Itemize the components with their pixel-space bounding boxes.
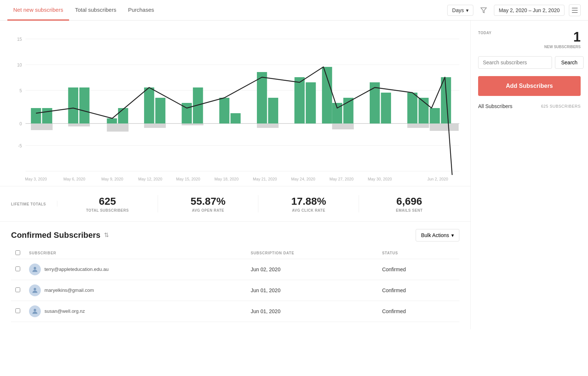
row-checkbox-cell — [11, 259, 25, 280]
select-all-header — [11, 247, 25, 259]
chevron-down-icon: ▾ — [451, 232, 454, 238]
bar — [370, 82, 380, 123]
email-text: terry@appleteducation.edu.au — [44, 266, 108, 272]
bar — [322, 67, 332, 123]
bar — [155, 98, 166, 123]
bar — [294, 82, 305, 123]
tab-net-new[interactable]: Net new subscribers — [7, 0, 69, 21]
svg-rect-3 — [572, 12, 578, 13]
svg-text:Jun 2, 2020: Jun 2, 2020 — [427, 177, 448, 181]
svg-point-29 — [34, 309, 36, 311]
bar — [306, 82, 316, 123]
chart-area: 15 10 5 0 -5 — [0, 21, 470, 186]
bar-neg — [31, 123, 53, 130]
bar-neg — [430, 123, 459, 131]
stat-total-subscribers: 625 TOTAL SUBSCRIBERS — [57, 195, 158, 212]
row-checkbox-0[interactable] — [15, 266, 20, 271]
all-subscribers-label: All Subscribers — [478, 103, 512, 109]
tab-purchases[interactable]: Purchases — [122, 0, 160, 21]
search-input[interactable] — [478, 56, 552, 69]
left-content: 15 10 5 0 -5 — [0, 21, 470, 329]
stats-bar: LIFETIME TOTALS 625 TOTAL SUBSCRIBERS 55… — [0, 186, 470, 222]
filter-icon[interactable] — [478, 4, 490, 16]
bar — [268, 98, 279, 123]
chart-container: 15 10 5 0 -5 — [11, 28, 459, 182]
date-range-text: May 2, 2020 – Jun 2, 2020 — [499, 7, 560, 13]
svg-text:May 6, 2020: May 6, 2020 — [63, 177, 85, 181]
svg-text:May 12, 2020: May 12, 2020 — [138, 177, 162, 181]
days-dropdown[interactable]: Days ▾ — [447, 5, 473, 16]
svg-text:May 9, 2020: May 9, 2020 — [101, 177, 123, 181]
status-cell: Confirmed — [378, 301, 459, 322]
bar — [430, 108, 440, 123]
today-value-block: 1 NEW SUBSCRIBERS — [544, 29, 581, 49]
svg-text:May 15, 2020: May 15, 2020 — [176, 177, 200, 181]
stat-emails-sent: 6,696 EMAILS SENT — [359, 195, 459, 212]
subscribers-area: Confirmed Subscribers ⇅ Bulk Actions ▾ S… — [0, 222, 470, 329]
all-subscribers-row[interactable]: All Subscribers 625 SUBSCRIBERS — [478, 103, 581, 109]
avatar — [29, 305, 41, 317]
bar — [68, 87, 78, 123]
svg-point-28 — [34, 288, 36, 290]
header-tabs: Net new subscribers Total subscribers Pu… — [0, 0, 588, 21]
bulk-actions-button[interactable]: Bulk Actions ▾ — [416, 229, 459, 241]
svg-text:5: 5 — [19, 88, 22, 93]
bar-neg — [257, 123, 279, 128]
status-cell: Confirmed — [378, 259, 459, 280]
svg-text:May 21, 2020: May 21, 2020 — [253, 177, 277, 181]
svg-point-27 — [34, 267, 36, 269]
date-range-picker[interactable]: May 2, 2020 – Jun 2, 2020 — [494, 5, 564, 16]
email-text: maryelkins@gmail.com — [44, 287, 94, 293]
main-layout: 15 10 5 0 -5 — [0, 21, 588, 329]
tab-total[interactable]: Total subscribers — [69, 0, 122, 21]
svg-rect-1 — [572, 8, 578, 8]
table-row: susan@well.org.nz Jun 01, 2020 Confirmed — [11, 301, 459, 322]
search-row: Search — [478, 56, 581, 69]
avatar — [29, 264, 41, 275]
svg-text:May 24, 2020: May 24, 2020 — [291, 177, 315, 181]
sort-icon[interactable]: ⇅ — [104, 232, 109, 239]
svg-text:May 27, 2020: May 27, 2020 — [329, 177, 354, 181]
row-checkbox-cell — [11, 280, 25, 301]
svg-text:10: 10 — [17, 62, 22, 68]
col-status-header: STATUS — [378, 247, 459, 259]
subscription-date: Jun 01, 2020 — [246, 301, 377, 322]
lifetime-label: LIFETIME TOTALS — [11, 201, 57, 207]
row-checkbox-1[interactable] — [15, 287, 20, 292]
bar — [441, 77, 451, 123]
subscriber-email-cell: maryelkins@gmail.com — [25, 280, 246, 301]
col-date-header: SUBSCRIPTION DATE — [246, 247, 377, 259]
bar-neg — [182, 123, 203, 125]
status-cell: Confirmed — [378, 280, 459, 301]
bar — [107, 118, 117, 123]
lines-icon[interactable] — [569, 4, 581, 16]
today-label: TODAY — [478, 29, 491, 35]
bar — [144, 87, 154, 123]
select-all-checkbox[interactable] — [15, 250, 20, 255]
bar — [407, 93, 417, 123]
subscriber-email-cell: terry@appleteducation.edu.au — [25, 259, 246, 280]
svg-text:May 30, 2020: May 30, 2020 — [368, 177, 392, 181]
email-text: susan@well.org.nz — [44, 308, 85, 314]
bar — [42, 108, 53, 123]
bar — [219, 98, 230, 123]
bar-neg — [68, 123, 90, 126]
col-subscriber-header: SUBSCRIBER — [25, 247, 246, 259]
all-subscribers-count: 625 SUBSCRIBERS — [541, 104, 581, 108]
row-checkbox-cell — [11, 301, 25, 322]
bar — [230, 113, 241, 123]
bar — [257, 72, 267, 123]
table-row: terry@appleteducation.edu.au Jun 02, 202… — [11, 259, 459, 280]
add-subscribers-button[interactable]: Add Subscribers — [478, 76, 581, 96]
subscription-date: Jun 02, 2020 — [246, 259, 377, 280]
svg-text:15: 15 — [17, 37, 22, 42]
row-checkbox-2[interactable] — [15, 308, 20, 313]
stat-avg-click-rate: 17.88% AVG CLICK RATE — [258, 195, 359, 212]
bar-neg — [107, 123, 129, 132]
table-row: maryelkins@gmail.com Jun 01, 2020 Confir… — [11, 280, 459, 301]
svg-text:0: 0 — [19, 121, 22, 126]
svg-text:-5: -5 — [18, 143, 22, 148]
bar — [381, 93, 391, 123]
search-button[interactable]: Search — [555, 56, 584, 69]
svg-text:May 18, 2020: May 18, 2020 — [215, 177, 239, 181]
